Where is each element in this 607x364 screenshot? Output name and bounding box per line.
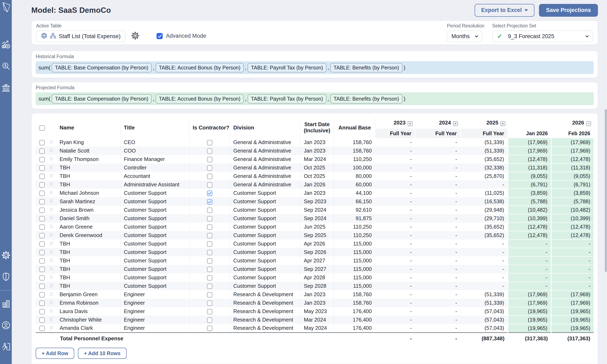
expand-2023-button[interactable]: + [408,121,413,126]
drag-handle-icon[interactable] [48,273,56,282]
contractor-checkbox[interactable] [207,233,212,238]
contractor-checkbox[interactable] [207,182,212,188]
cell-division[interactable]: Customer Support [230,273,300,282]
cell-title[interactable]: Customer Support [120,282,189,290]
contractor-checkbox[interactable] [207,148,212,154]
row-select-checkbox[interactable] [40,199,45,205]
cell-annual-base[interactable]: 115,000 [334,282,375,290]
page-scrollbar[interactable] [604,19,607,364]
cell-division[interactable]: General & Administrative [230,172,300,180]
cell-title[interactable]: Customer Support [120,206,189,214]
row-select-checkbox[interactable] [40,191,45,196]
drag-handle-icon[interactable] [48,197,56,206]
cell-division[interactable]: Customer Support [230,206,300,214]
drag-handle-icon[interactable] [48,206,56,214]
cell-name[interactable]: TBH [56,172,120,180]
cell-start-date[interactable]: Oct 2025 [300,163,334,172]
formula-table-chip[interactable]: TABLE: Accrued Bonus (by Person) [156,63,244,72]
cell-start-date[interactable]: Sep 2024 [300,206,334,214]
cell-annual-base[interactable]: 115,000 [334,273,375,282]
advanced-mode-checkbox[interactable] [157,33,163,39]
drag-handle-icon[interactable] [48,282,56,290]
cell-name[interactable]: Natalie Scott [56,146,120,155]
cell-name[interactable]: Sarah Martinez [56,197,120,206]
cell-start-date[interactable]: May 2024 [300,324,334,332]
cell-title[interactable]: Customer Support [120,265,189,273]
formula-table-chip[interactable]: TABLE: Benefits (by Person) [330,94,402,104]
cell-name[interactable]: Daniel Smith [56,214,120,223]
drag-handle-icon[interactable] [48,265,56,273]
cell-title[interactable]: Customer Support [120,197,189,206]
cell-start-date[interactable]: May 2023 [300,307,334,316]
cell-annual-base[interactable]: 115,000 [334,265,375,273]
cell-annual-base[interactable]: 44,100 [334,189,375,197]
logout-icon[interactable] [1,342,11,352]
contractor-checkbox[interactable] [207,300,212,306]
cell-title[interactable]: Engineer [120,299,189,307]
row-select-checkbox[interactable] [40,140,45,145]
row-select-checkbox[interactable] [40,267,45,272]
drag-handle-icon[interactable] [48,290,56,299]
cell-start-date[interactable]: Sep 2027 [300,265,334,273]
cell-title[interactable]: Engineer [120,316,189,324]
cell-annual-base[interactable]: 158,760 [334,290,375,299]
drag-handle-icon[interactable] [48,316,56,324]
cell-name[interactable]: TBH [56,163,120,172]
cell-annual-base[interactable]: 100,000 [334,163,375,172]
cell-start-date[interactable]: Sep 2023 [300,197,334,206]
cell-name[interactable]: TBH [56,265,120,273]
cell-start-date[interactable]: Apr 2026 [300,239,334,248]
organizations-icon[interactable] [1,299,11,309]
cell-title[interactable]: COO [120,146,189,155]
cell-title[interactable]: Customer Support [120,256,189,265]
cell-title[interactable]: Engineer [120,290,189,299]
settings-icon[interactable] [1,250,11,260]
row-select-checkbox[interactable] [40,292,45,298]
cell-name[interactable]: Aaron Greene [56,223,120,231]
row-select-checkbox[interactable] [40,284,45,289]
contractor-checkbox[interactable] [207,267,212,272]
row-select-checkbox[interactable] [40,174,45,179]
cell-annual-base[interactable]: 176,400 [334,324,375,332]
cell-division[interactable]: General & Administrative [230,138,300,146]
drag-handle-icon[interactable] [48,239,56,248]
contractor-checkbox[interactable] [207,275,212,281]
contractor-checkbox[interactable] [207,191,212,196]
contractor-checkbox[interactable] [207,199,212,205]
cell-division[interactable]: General & Administrative [230,163,300,172]
drag-handle-icon[interactable] [48,307,56,316]
cell-division[interactable]: Customer Support [230,239,300,248]
cell-title[interactable]: Customer Support [120,231,189,239]
cell-name[interactable]: TBH [56,248,120,256]
cell-start-date[interactable]: Jan 2023 [300,146,334,155]
contractor-checkbox[interactable] [207,284,212,289]
cell-start-date[interactable]: Jan 2023 [300,299,334,307]
cell-annual-base[interactable]: 158,760 [334,138,375,146]
cell-division[interactable]: Research & Development [230,307,300,316]
cell-division[interactable]: Customer Support [230,248,300,256]
cell-name[interactable]: Derek Greenwood [56,231,120,239]
cell-annual-base[interactable]: 158,760 [334,299,375,307]
row-select-checkbox[interactable] [40,157,45,162]
cell-division[interactable]: Research & Development [230,324,300,332]
row-select-checkbox[interactable] [40,326,45,331]
projection-set-select[interactable]: 9_3 Forecast 2025 [492,30,593,42]
cell-title[interactable]: Accountant [120,172,189,180]
cell-start-date[interactable]: Apr 2027 [300,256,334,265]
formula-table-chip[interactable]: TABLE: Accrued Bonus (by Person) [156,94,244,104]
contractor-checkbox[interactable] [207,326,212,331]
row-select-checkbox[interactable] [40,165,45,171]
contractor-checkbox[interactable] [207,216,212,221]
cell-name[interactable]: Emily Thompson [56,155,120,163]
contractor-checkbox[interactable] [207,165,212,171]
cell-title[interactable]: Customer Support [120,189,189,197]
contractor-checkbox[interactable] [207,317,212,323]
app-logo-icon[interactable] [1,2,11,12]
table-settings-gear-icon[interactable] [131,31,140,41]
cell-annual-base[interactable]: 110,250 [334,223,375,231]
cell-start-date[interactable]: Sep 2024 [300,214,334,223]
add-row-button[interactable]: + Add Row [36,348,74,359]
drag-handle-icon[interactable] [48,299,56,307]
drag-handle-icon[interactable] [48,155,56,163]
cell-start-date[interactable]: Sep 2025 [300,231,334,239]
